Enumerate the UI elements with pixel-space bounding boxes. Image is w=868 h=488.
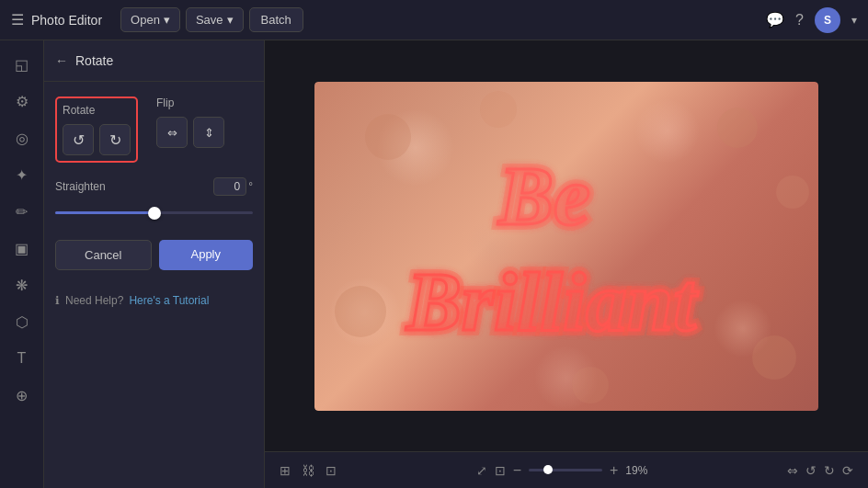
svg-point-5 xyxy=(752,335,796,380)
save-chevron-icon: ▾ xyxy=(227,13,234,27)
sidebar-item-retouch[interactable]: ✦ xyxy=(6,158,39,191)
sidebar-item-overlay[interactable]: ▣ xyxy=(6,232,39,265)
slider-thumb[interactable] xyxy=(148,207,161,220)
panel-title: Rotate xyxy=(75,53,113,68)
svg-text:Be: Be xyxy=(497,151,590,242)
flip-label: Flip xyxy=(156,96,224,109)
canvas-viewport[interactable]: Be Brilliant Be Brilliant xyxy=(265,40,868,451)
sidebar-item-adjust[interactable]: ⚙ xyxy=(6,85,39,118)
flip-section: Flip ⇔ ⇕ xyxy=(156,96,224,163)
rotate-cw-button[interactable]: ↻ xyxy=(99,124,131,155)
rotate-ccw-button[interactable]: ↺ xyxy=(63,124,94,155)
neon-image: Be Brilliant Be Brilliant xyxy=(314,82,818,411)
svg-point-0 xyxy=(365,114,411,160)
flip-vertical-button[interactable]: ⇕ xyxy=(193,117,224,148)
flip-canvas-icon[interactable]: ⇔ xyxy=(787,463,798,478)
avatar[interactable]: S xyxy=(815,7,840,33)
flip-horizontal-button[interactable]: ⇔ xyxy=(156,117,188,148)
sidebar-item-text[interactable]: T xyxy=(6,342,39,375)
topbar-center: Open ▾ Save ▾ Batch xyxy=(120,7,303,32)
svg-point-4 xyxy=(335,286,386,337)
crop-fit-icon[interactable]: ⊡ xyxy=(495,463,506,478)
redo-button[interactable]: ↻ xyxy=(824,463,835,478)
history-icon[interactable]: ⟳ xyxy=(842,463,853,478)
straighten-header: Straighten 0 ° xyxy=(55,177,253,196)
topbar-left: ☰ Photo Editor xyxy=(11,11,102,28)
layers-icon[interactable]: ⊞ xyxy=(280,463,291,478)
back-button[interactable]: ← xyxy=(55,53,68,68)
bottom-left: ⊞ ⛓ ⊡ xyxy=(280,463,337,478)
straighten-slider[interactable] xyxy=(55,203,253,221)
rotate-box: Rotate ↺ ↻ xyxy=(55,96,138,163)
help-section: ℹ Need Help? Here's a Tutorial xyxy=(44,285,264,316)
fit-icon[interactable]: ⤢ xyxy=(476,463,487,478)
svg-point-6 xyxy=(572,367,609,403)
straighten-unit: ° xyxy=(248,180,253,193)
chat-icon[interactable]: 💬 xyxy=(766,11,784,28)
icon-bar: ◱ ⚙ ◎ ✦ ✏ ▣ ❋ ⬡ T ⊕ xyxy=(0,40,44,488)
menu-icon[interactable]: ☰ xyxy=(11,11,24,28)
straighten-label: Straighten xyxy=(55,180,106,193)
sidebar-item-frames[interactable]: ⬡ xyxy=(6,305,39,338)
sidebar-item-filter[interactable]: ◎ xyxy=(6,121,39,154)
avatar-chevron-icon[interactable]: ▾ xyxy=(851,14,857,27)
main-area: ◱ ⚙ ◎ ✦ ✏ ▣ ❋ ⬡ T ⊕ ← Rotate Rotate ↺ ↻ xyxy=(0,40,868,488)
svg-point-1 xyxy=(480,91,517,128)
straighten-value-group: 0 ° xyxy=(213,177,253,196)
bottom-bar: ⊞ ⛓ ⊡ ⤢ ⊡ − + 19% ⇔ ↺ ↻ xyxy=(265,451,868,488)
neon-text-svg: Be Brilliant Be Brilliant xyxy=(314,82,818,411)
rotate-flip-row: Rotate ↺ ↻ Flip ⇔ ⇕ xyxy=(55,96,253,163)
sidebar-item-draw[interactable]: ✏ xyxy=(6,195,39,228)
info-icon: ℹ xyxy=(55,294,60,307)
batch-button[interactable]: Batch xyxy=(249,7,303,32)
zoom-percent: 19% xyxy=(625,464,647,477)
panel-header: ← Rotate xyxy=(44,40,264,82)
panel-content: Rotate ↺ ↻ Flip ⇔ ⇕ xyxy=(44,82,264,285)
image-container: Be Brilliant Be Brilliant xyxy=(314,82,818,411)
help-icon[interactable]: ? xyxy=(795,12,804,28)
svg-point-3 xyxy=(776,176,809,209)
undo-button[interactable]: ↺ xyxy=(805,463,817,478)
open-button[interactable]: Open ▾ xyxy=(120,7,180,32)
link-icon[interactable]: ⛓ xyxy=(302,463,314,478)
svg-text:Brilliant: Brilliant xyxy=(405,256,699,347)
canvas-area: Be Brilliant Be Brilliant ⊞ ⛓ ⊡ xyxy=(265,40,868,488)
help-link[interactable]: Here's a Tutorial xyxy=(129,294,209,307)
topbar: ☰ Photo Editor Open ▾ Save ▾ Batch 💬 ? S… xyxy=(0,0,868,40)
flip-btn-group: ⇔ ⇕ xyxy=(156,117,224,148)
zoom-slider-thumb xyxy=(543,465,553,474)
cancel-button[interactable]: Cancel xyxy=(55,240,152,270)
rotate-label: Rotate xyxy=(63,104,131,117)
slider-track xyxy=(55,211,253,214)
sidebar-item-elements[interactable]: ❋ xyxy=(6,268,39,301)
action-buttons: Cancel Apply xyxy=(55,240,253,270)
zoom-in-button[interactable]: + xyxy=(610,462,618,479)
straighten-section: Straighten 0 ° xyxy=(55,177,253,221)
app-title: Photo Editor xyxy=(31,13,102,28)
zoom-slider[interactable] xyxy=(529,469,602,471)
zoom-controls: ⤢ ⊡ − + 19% xyxy=(476,462,648,479)
save-button[interactable]: Save ▾ xyxy=(186,7,244,32)
sidebar-item-more[interactable]: ⊕ xyxy=(6,379,39,412)
slider-fill xyxy=(55,211,154,214)
apply-button[interactable]: Apply xyxy=(159,240,254,270)
open-chevron-icon: ▾ xyxy=(164,13,170,27)
bottom-center: ⤢ ⊡ − + 19% xyxy=(476,462,648,479)
sidebar-item-crop[interactable]: ◱ xyxy=(6,48,39,81)
svg-point-2 xyxy=(717,108,758,148)
rotate-panel: ← Rotate Rotate ↺ ↻ Flip ⇔ xyxy=(44,40,265,488)
zoom-out-button[interactable]: − xyxy=(513,462,521,479)
straighten-value[interactable]: 0 xyxy=(213,177,246,196)
grid-icon[interactable]: ⊡ xyxy=(326,463,337,478)
rotate-btn-group: ↺ ↻ xyxy=(63,124,131,155)
topbar-right: 💬 ? S ▾ xyxy=(766,7,857,33)
bottom-right: ⇔ ↺ ↻ ⟳ xyxy=(787,463,853,478)
help-text: Need Help? xyxy=(65,294,123,307)
